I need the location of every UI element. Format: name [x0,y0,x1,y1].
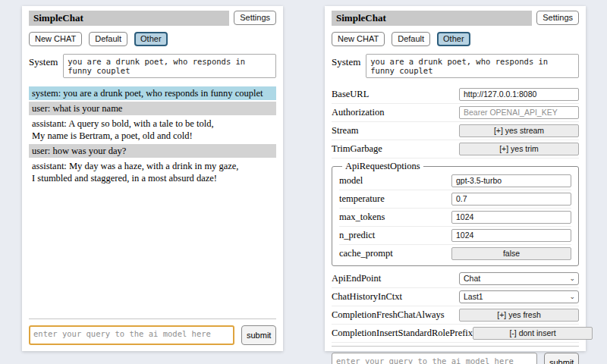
submit-button[interactable]: submit [241,325,276,345]
cache-prompt-toggle-button[interactable]: false [451,247,571,260]
chevron-down-icon: ⌄ [569,293,575,300]
setting-label: Authorization [332,107,384,118]
setting-label: cache_prompt [339,248,393,259]
setting-row-temperature: temperature [339,190,571,209]
chat-message-user: user: what is your name [29,102,276,115]
system-label: System [29,54,58,68]
chat-message-list: system: you are a drunk poet, who respon… [29,86,276,315]
chat-message-assistant: assistant: A query so bold, with a tale … [29,117,276,143]
setting-label: temperature [339,193,385,205]
chat-message-system: system: you are a drunk poet, who respon… [29,86,276,100]
setting-row-chathistoryinctxt: ChatHistoryInCtxt Last1 ⌄ [332,288,579,306]
chat-message-assistant: assistant: My day was a haze, with a dri… [29,159,276,185]
header: SimpleChat Settings [332,11,579,26]
setting-label: TrimGarbage [332,143,382,155]
settings-button[interactable]: Settings [536,11,579,25]
setting-label: model [339,175,363,187]
setting-row-completioninsertstandardroleprefix: CompletionInsertStandardRolePrefix [-] d… [332,325,579,343]
tab-new-chat[interactable]: New CHAT [29,32,82,46]
setting-row-model: model [339,172,571,190]
setting-row-apiendpoint: ApiEndPoint Chat ⌄ [332,270,579,288]
system-label: System [332,54,360,68]
submit-button[interactable]: submit [544,353,579,364]
trimgarbage-toggle-button[interactable]: [+] yes trim [459,143,579,155]
setting-row-trimgarbage: TrimGarbage [+] yes trim [332,140,579,158]
setting-row-cache-prompt: cache_prompt false [339,245,571,262]
setting-row-authorization: Authorization [332,104,579,122]
max-tokens-input[interactable] [451,211,571,224]
fieldset-legend: ApiRequestOptions [342,161,423,172]
completioninsertstandardroleprefix-toggle-button[interactable]: [-] dont insert [473,327,593,340]
authorization-input[interactable] [459,106,579,119]
input-divider [29,318,276,319]
tab-default[interactable]: Default [392,32,430,46]
apiendpoint-select[interactable]: Chat ⌄ [459,272,579,285]
setting-label: ApiEndPoint [332,273,381,284]
selected-value: Chat [464,274,480,283]
chat-session-tabs: New CHAT Default Other [29,32,276,46]
settings-panel: SimpleChat Settings New CHAT Default Oth… [325,6,586,351]
setting-row-n-predict: n_predict [339,227,571,245]
query-row: submit [29,325,276,345]
setting-label: max_tokens [339,212,385,223]
completionfreshchatalways-toggle-button[interactable]: [+] yes fresh [459,309,579,322]
chat-session-tabs: New CHAT Default Other [332,32,579,46]
chathistoryinctxt-select[interactable]: Last1 ⌄ [459,290,579,303]
settings-list: BaseURL Authorization Stream [+] yes str… [332,86,579,343]
input-divider [332,346,579,347]
system-prompt-row: System you are a drunk poet, who respond… [332,54,579,78]
app-root: { "shared": { "title": "SimpleChat", "se… [0,0,607,364]
tab-new-chat[interactable]: New CHAT [332,32,385,46]
setting-label: ChatHistoryInCtxt [332,291,402,303]
stream-toggle-button[interactable]: [+] yes stream [459,124,579,137]
chevron-down-icon: ⌄ [569,275,575,282]
tab-default[interactable]: Default [89,32,127,46]
setting-row-stream: Stream [+] yes stream [332,122,579,140]
query-row: submit [332,353,579,364]
query-input[interactable] [332,353,537,364]
n-predict-input[interactable] [451,229,571,242]
system-prompt-input[interactable]: you are a drunk poet, who responds in fu… [63,54,276,78]
settings-button[interactable]: Settings [234,11,276,25]
system-prompt-row: System you are a drunk poet, who respond… [29,54,276,78]
tab-other[interactable]: Other [134,32,168,46]
app-title: SimpleChat [29,11,229,26]
setting-row-baseurl: BaseURL [332,86,579,104]
setting-label: CompletionInsertStandardRolePrefix [332,328,473,339]
query-input[interactable] [29,325,234,345]
selected-value: Last1 [464,292,483,301]
setting-label: BaseURL [332,89,369,100]
system-prompt-input[interactable]: you are a drunk poet, who responds in fu… [366,54,579,78]
chat-message-user: user: how was your day? [29,144,276,158]
setting-row-max-tokens: max_tokens [339,209,571,227]
model-input[interactable] [451,174,571,187]
api-request-options-fieldset: ApiRequestOptions model temperature max_… [332,161,579,266]
setting-label: CompletionFreshChatAlways [332,309,445,321]
temperature-input[interactable] [451,193,571,206]
tab-other[interactable]: Other [437,32,470,46]
setting-row-completionfreshchatalways: CompletionFreshChatAlways [+] yes fresh [332,306,579,325]
chat-panel: SimpleChat Settings New CHAT Default Oth… [22,6,283,351]
setting-label: Stream [332,125,358,136]
setting-label: n_predict [339,230,375,241]
app-title: SimpleChat [332,11,532,26]
baseurl-input[interactable] [459,88,579,101]
header: SimpleChat Settings [29,11,276,26]
